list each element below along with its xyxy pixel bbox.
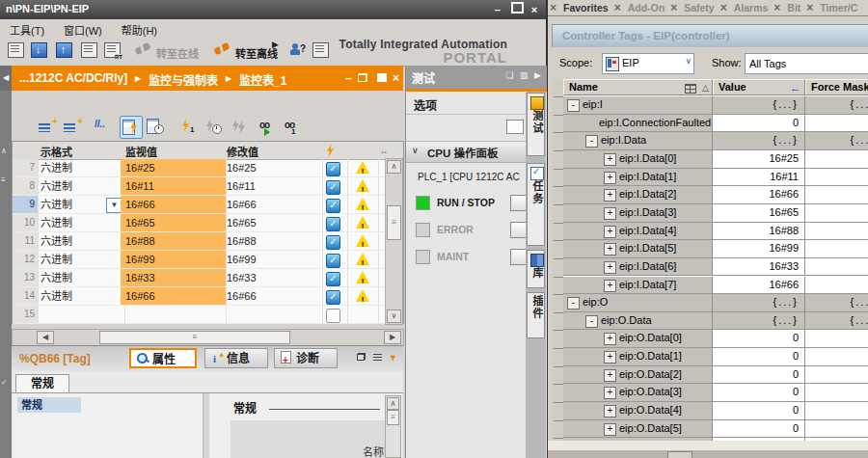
scroll-thumb[interactable]: ≡ bbox=[387, 410, 399, 425]
monitor-value-cell[interactable]: 16#66 bbox=[121, 287, 227, 306]
maximize-icon[interactable] bbox=[508, 2, 524, 15]
tag-force-cell[interactable] bbox=[805, 186, 868, 204]
table-row[interactable]: 10六进制16#6516#65✓! bbox=[13, 214, 403, 232]
checkbox-unchecked-icon[interactable] bbox=[326, 309, 340, 323]
minimize-icon[interactable]: – bbox=[345, 71, 352, 85]
tag-name-cell[interactable]: +eip:O.Data[4] bbox=[563, 402, 713, 420]
grid-options-icon[interactable] bbox=[685, 84, 696, 94]
table-row[interactable]: 12六进制16#9916#99✓! bbox=[13, 251, 403, 269]
content-scrollbar[interactable]: ∧ ≡ bbox=[385, 395, 401, 458]
tag-force-cell[interactable]: {...} bbox=[805, 96, 868, 115]
modify-enable-cell[interactable]: ✓ bbox=[318, 177, 348, 196]
tag-value-cell[interactable]: {...} bbox=[713, 96, 805, 115]
tag-name-cell[interactable]: +eip:I.Data[0] bbox=[563, 150, 713, 169]
toolbar-overflow-icon[interactable]: ▶ bbox=[272, 40, 279, 49]
side-tab-2[interactable]: 任务 bbox=[527, 163, 545, 246]
collapse-icon[interactable] bbox=[373, 354, 382, 361]
tag-row[interactable]: -eip:O{...}{...} bbox=[563, 294, 868, 312]
tag-force-cell[interactable]: {...} bbox=[805, 132, 868, 150]
expand-icon[interactable]: + bbox=[604, 423, 616, 436]
tag-force-cell[interactable]: {...} bbox=[805, 294, 868, 312]
tag-value-cell[interactable]: 0 bbox=[713, 402, 805, 420]
tag-force-cell[interactable] bbox=[805, 169, 868, 187]
chevron-down-icon[interactable]: ▼ bbox=[389, 353, 397, 363]
checkbox-checked-icon[interactable]: ✓ bbox=[326, 235, 340, 250]
format-cell[interactable] bbox=[36, 306, 125, 324]
expand-icon[interactable]: + bbox=[604, 172, 616, 184]
col-format[interactable]: 示格式 bbox=[41, 144, 72, 159]
tag-row[interactable]: -eip:I.Data{...}{...} bbox=[563, 132, 868, 150]
format-cell[interactable]: 六进制 bbox=[36, 177, 125, 196]
scroll-up-icon[interactable]: ∧ bbox=[387, 160, 401, 174]
tag-value-cell[interactable]: 16#66 bbox=[713, 277, 805, 295]
monitor-value-cell[interactable]: 16#33 bbox=[121, 269, 227, 287]
tag-row[interactable]: -eip:O.Data{...}{...} bbox=[563, 312, 868, 331]
row-number[interactable]: 12 bbox=[13, 251, 39, 269]
modify-value-cell[interactable]: 16#66 bbox=[222, 287, 323, 306]
scroll-up-icon[interactable]: ∧ bbox=[1, 147, 7, 155]
modify-once-icon[interactable]: 1 bbox=[177, 116, 199, 137]
modify-value-cell[interactable]: 16#65 bbox=[222, 214, 323, 232]
sort-icon[interactable]: △ bbox=[702, 81, 709, 95]
controller-tags-titlebar[interactable]: Controller Tags - EIP(controller) bbox=[552, 24, 868, 49]
left-collapsed-strip[interactable]: ∧ ≡ ✓ bbox=[0, 91, 12, 458]
tag-force-cell[interactable] bbox=[805, 115, 868, 133]
maximize-icon[interactable] bbox=[377, 73, 387, 82]
tag-row[interactable]: +eip:O.Data[3]0 bbox=[563, 384, 868, 402]
col-monitor[interactable]: 监视值 bbox=[125, 144, 157, 159]
collapse-icon[interactable]: - bbox=[585, 135, 598, 148]
format-cell[interactable]: 六进制 bbox=[36, 232, 125, 251]
format-cell[interactable]: 六进制 bbox=[36, 159, 125, 177]
grip-icon[interactable]: ≡ bbox=[1, 175, 6, 184]
monitor-value-cell[interactable] bbox=[121, 306, 227, 324]
row-number[interactable]: 13 bbox=[13, 269, 39, 287]
scroll-left-icon[interactable]: ◀ bbox=[37, 331, 54, 344]
checkbox-checked-icon[interactable]: ✓ bbox=[326, 199, 340, 213]
close-icon[interactable]: × bbox=[393, 71, 399, 85]
tag-name-cell[interactable]: +eip:O.Data[0] bbox=[563, 330, 713, 348]
tag-row[interactable]: +eip:I.Data[3]16#65 bbox=[563, 204, 868, 223]
monitor-once-icon[interactable] bbox=[145, 116, 166, 137]
row-number[interactable]: 8 bbox=[13, 177, 39, 196]
modify-with-trigger-icon[interactable] bbox=[203, 116, 224, 137]
breadcrumb-watch-tables[interactable]: 监控与强制表 bbox=[149, 71, 218, 88]
tag-name-cell[interactable]: -eip:I.Data bbox=[563, 132, 713, 150]
tag-force-cell[interactable] bbox=[805, 384, 868, 402]
tag-force-cell[interactable] bbox=[805, 204, 868, 223]
tab-info[interactable]: 信息 bbox=[204, 348, 268, 368]
tag-value-cell[interactable]: 16#25 bbox=[713, 150, 805, 169]
tag-name-cell[interactable]: -eip:I bbox=[563, 96, 713, 115]
watch-horizontal-scrollbar[interactable]: ◀ ≡ ▶ bbox=[12, 329, 404, 346]
restore-icon[interactable] bbox=[358, 73, 367, 82]
go-online-icon[interactable] bbox=[134, 42, 150, 56]
modify-enable-cell[interactable]: ✓ bbox=[318, 232, 348, 251]
table-row[interactable]: 9六进制▼16#6616#66✓! bbox=[13, 196, 403, 214]
modify-now-icon[interactable] bbox=[228, 116, 249, 137]
tag-row[interactable]: +eip:I.Data[7]16#66 bbox=[563, 277, 868, 295]
tag-name-cell[interactable]: +eip:O.Data[5] bbox=[563, 420, 713, 439]
tag-force-cell[interactable] bbox=[805, 277, 868, 295]
monitor-value-cell[interactable]: 16#88 bbox=[121, 232, 227, 251]
tag-value-cell[interactable]: 16#65 bbox=[713, 204, 805, 223]
modify-enable-cell[interactable]: ✓ bbox=[318, 269, 348, 287]
scroll-thumb[interactable]: ≡ bbox=[387, 205, 401, 240]
table-row[interactable]: 14六进制16#6616#66✓! bbox=[13, 287, 403, 306]
tag-row[interactable]: eip:I.ConnectionFaulted0 bbox=[563, 115, 868, 133]
tag-value-cell[interactable]: 0 bbox=[713, 366, 805, 385]
runtime-icon[interactable]: RT bbox=[102, 41, 122, 59]
instruction-tab-add-on[interactable]: Add-On bbox=[614, 0, 671, 13]
checkbox-checked-icon[interactable]: ✓ bbox=[326, 217, 340, 231]
tag-row[interactable]: +eip:O.Data[2]0 bbox=[563, 366, 868, 385]
checkbox-checked-icon[interactable]: ✓ bbox=[326, 180, 340, 195]
cpu-panel-section[interactable]: ∨ CPU 操作面板 bbox=[406, 141, 527, 163]
tag-row[interactable]: +eip:O.Data[0]0 bbox=[563, 330, 868, 348]
go-online-label[interactable]: 转至在线 bbox=[156, 45, 199, 61]
checkbox-checked-icon[interactable]: ✓ bbox=[326, 272, 340, 286]
tag-name-cell[interactable]: +eip:I.Data[5] bbox=[563, 240, 713, 258]
nav-item-general[interactable]: 常规 bbox=[17, 397, 81, 413]
tag-name-cell[interactable]: +eip:I.Data[1] bbox=[563, 169, 713, 187]
monitor-value-cell[interactable]: 16#99 bbox=[121, 251, 227, 269]
table-row[interactable]: 8六进制16#1116#11✓! bbox=[13, 177, 403, 196]
row-number[interactable]: 9 bbox=[13, 196, 39, 214]
table-row[interactable]: 13六进制16#3316#33✓! bbox=[13, 269, 403, 287]
